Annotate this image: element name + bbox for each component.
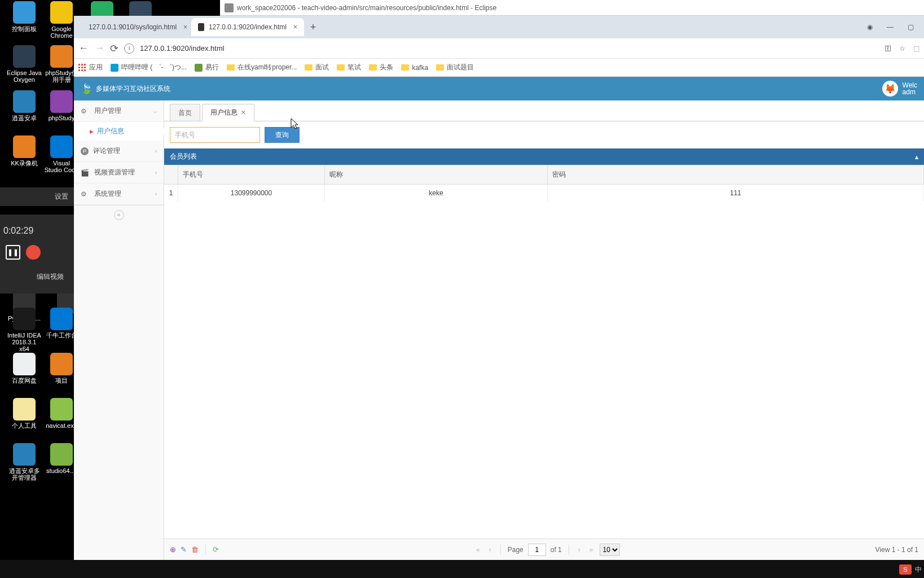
browser-window: 127.0.0.1:9010/sys/login.html × 127.0.0.…	[74, 16, 924, 560]
avatar: 🦊	[882, 81, 898, 97]
content-tabs: 首页 用户信息 ✕	[164, 100, 924, 121]
extensions-icon[interactable]: ⬚	[913, 45, 919, 52]
leaf-icon: 🍃	[81, 83, 93, 95]
nav-back-button[interactable]: ←	[78, 42, 89, 54]
desktop-icon[interactable]: 逍遥安卓多开管理器	[7, 443, 42, 481]
bookmarks-bar: 应用 哔哩哔哩 ( ゜- ゜)つ...易行在线yaml转proper...面试笔…	[74, 59, 924, 77]
minimize-button[interactable]: —	[885, 23, 896, 31]
desktop-icon[interactable]: 个人工具	[7, 398, 42, 429]
browser-tab-1[interactable]: 127.0.0.1:9020/index.html ×	[191, 18, 304, 36]
bookmark-item[interactable]: 哔哩哔哩 ( ゜- ゜)つ...	[111, 63, 187, 72]
page-input[interactable]	[528, 544, 546, 556]
query-button[interactable]: 查询	[265, 127, 300, 143]
ctab-label: 用户信息	[210, 108, 237, 117]
menu-system-mgmt[interactable]: ⚙ 系统管理 ‹	[74, 183, 164, 205]
menu-label: 视频资源管理	[94, 168, 155, 177]
address-bar-row: ← → ⟳ i 127.0.0.1:9020/index.html ⚿ ☆ ⬚	[74, 38, 924, 59]
menu-comment-mgmt[interactable]: P 评论管理 ‹	[74, 141, 164, 162]
taskbar[interactable]: S 中	[0, 560, 924, 578]
bookmark-item[interactable]: 在线yaml转proper...	[227, 63, 297, 72]
webapp: 🍃 多媒体学习互动社区系统 🦊 Welc adm ⚙ 用户管理 ⌵	[74, 77, 924, 560]
ctab-label: 首页	[178, 108, 192, 118]
cell-pass: 111	[548, 185, 924, 202]
favicon	[198, 23, 204, 31]
desktop-icon[interactable]: IntelliJ IDEA 2018.3.1 x64	[7, 308, 42, 352]
sidebar-collapse-button[interactable]: «	[74, 205, 164, 225]
page-label: Page	[508, 546, 523, 554]
recorder-settings[interactable]: 设置	[0, 187, 74, 206]
nav-forward-button: →	[94, 42, 104, 54]
desktop-icon[interactable]: Eclipse Java Oxygen	[7, 45, 42, 83]
submenu-user-info[interactable]: ▶ 用户信息	[74, 122, 164, 141]
bookmark-item[interactable]: 面试题目	[436, 63, 474, 72]
sidebar: ⚙ 用户管理 ⌵ ▶ 用户信息 P 评论管理 ‹ 🎬 视频资源管理 ‹	[74, 100, 164, 560]
p-icon: P	[81, 147, 89, 155]
chevron-down-icon: ⌵	[153, 108, 157, 114]
recorder-edit-link[interactable]: 编辑视频	[0, 265, 74, 288]
delete-button[interactable]: 🗑	[191, 545, 199, 554]
pager-prev: ‹	[487, 546, 494, 554]
star-icon[interactable]: ☆	[899, 45, 905, 52]
col-pass[interactable]: 密码	[548, 165, 924, 184]
nav-reload-button[interactable]: ⟳	[110, 42, 118, 55]
menu-user-mgmt[interactable]: ⚙ 用户管理 ⌵	[74, 100, 164, 122]
table-row[interactable]: 1 13099990000 keke 111	[164, 185, 924, 202]
key-icon[interactable]: ⚿	[885, 45, 891, 52]
menu-video-mgmt[interactable]: 🎬 视频资源管理 ‹	[74, 162, 164, 183]
desktop-icon[interactable]: 逍遥安卓	[7, 90, 42, 121]
search-input[interactable]	[170, 127, 260, 143]
desktop-icon[interactable]: 控制面板	[7, 1, 42, 32]
window-controls: ◉ — ▢	[864, 23, 921, 31]
refresh-button[interactable]: ⟳	[213, 545, 219, 554]
new-tab-button[interactable]: +	[305, 19, 321, 35]
tab-title: 127.0.0.1:9020/index.html	[209, 23, 287, 31]
content-area: 首页 用户信息 ✕ 查询 会员列表 ▴ 手机号	[164, 100, 924, 560]
ime-lang[interactable]: 中	[915, 565, 922, 575]
pager-next: ›	[576, 546, 583, 554]
page-size-select[interactable]: 10	[600, 544, 620, 556]
eclipse-titlebar: work_space202006 - teach-video-admin/src…	[220, 0, 924, 16]
col-nick[interactable]: 昵称	[325, 165, 548, 184]
recorder-time: 0:02:29	[0, 214, 74, 242]
site-info-icon[interactable]: i	[124, 43, 134, 54]
tab-close-icon[interactable]: ×	[183, 23, 187, 31]
bookmark-item[interactable]: 易行	[195, 63, 219, 72]
bookmark-item[interactable]: kafka	[401, 63, 428, 72]
chevron-left-icon: ‹	[155, 191, 157, 197]
tab-close-icon[interactable]: ×	[293, 23, 297, 31]
eclipse-title: work_space202006 - teach-video-admin/src…	[237, 4, 496, 12]
ime-badge[interactable]: S	[899, 564, 912, 575]
video-icon: 🎬	[81, 169, 90, 177]
maximize-button[interactable]: ▢	[905, 23, 916, 31]
close-icon[interactable]: ✕	[241, 109, 246, 116]
header-user[interactable]: 🦊 Welc adm	[882, 81, 917, 97]
browser-tab-0[interactable]: 127.0.0.1:9010/sys/login.html ×	[77, 18, 190, 36]
collapse-icon[interactable]: ▴	[915, 153, 918, 161]
add-button[interactable]: ⊕	[170, 545, 176, 554]
bookmark-item[interactable]: 笔试	[337, 63, 361, 72]
tab-title: 127.0.0.1:9010/sys/login.html	[89, 23, 177, 31]
page-of: of 1	[551, 546, 562, 554]
app-title: 多媒体学习互动社区系统	[96, 84, 170, 94]
apps-button[interactable]: 应用	[78, 63, 103, 72]
search-row: 查询	[164, 121, 924, 148]
desktop-icon[interactable]: 百度网盘	[7, 353, 42, 384]
recorder-record[interactable]	[26, 245, 41, 260]
address-bar[interactable]: 127.0.0.1:9020/index.html	[140, 44, 879, 52]
browser-tabstrip: 127.0.0.1:9010/sys/login.html × 127.0.0.…	[74, 16, 924, 38]
menu-label: 系统管理	[94, 189, 155, 199]
eclipse-icon	[225, 3, 234, 12]
recorder-pause[interactable]: ❚❚	[6, 245, 20, 260]
edit-button[interactable]: ✎	[181, 545, 187, 554]
col-phone[interactable]: 手机号	[178, 165, 325, 184]
chevron-left-icon: ‹	[155, 148, 157, 154]
submenu-label: 用户信息	[97, 126, 124, 136]
pager-last: »	[587, 546, 596, 554]
bookmark-item[interactable]: 头条	[369, 63, 393, 72]
grid-footer: ⊕ ✎ 🗑 ⟳ « ‹ Page of 1 › » 10	[164, 538, 924, 560]
ctab-userinfo[interactable]: 用户信息 ✕	[202, 104, 254, 121]
desktop-icon[interactable]: KK录像机	[7, 135, 42, 167]
bookmark-item[interactable]: 面试	[305, 63, 329, 72]
ctab-home[interactable]: 首页	[170, 104, 200, 121]
grid-title-label: 会员列表	[170, 152, 915, 161]
